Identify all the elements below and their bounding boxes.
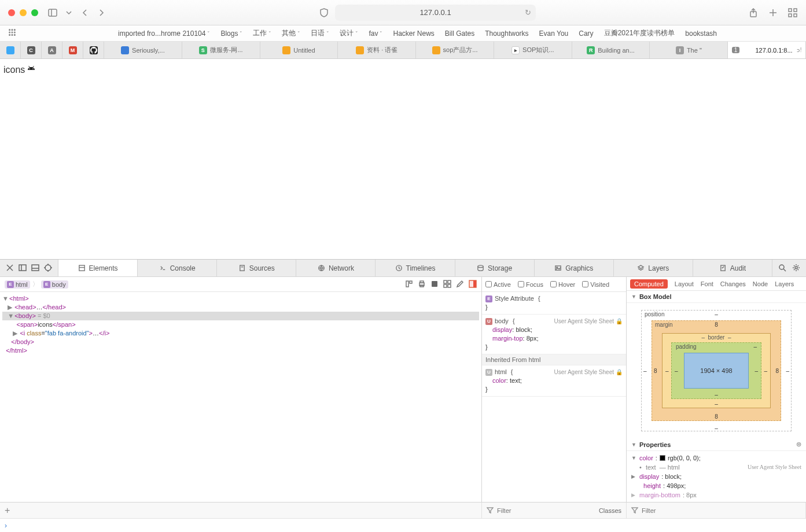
breadcrumb-body[interactable]: Ebody	[41, 280, 68, 289]
style-attribute-section[interactable]: EStyle Attribute { }	[482, 292, 626, 315]
tab-overview-icon[interactable]	[787, 8, 798, 18]
favorite-item[interactable]: fav˅	[369, 29, 382, 38]
favorite-item[interactable]: Thoughtworks	[485, 29, 528, 38]
apps-grid-icon[interactable]	[8, 28, 16, 38]
minimize-window-button[interactable]	[20, 9, 27, 16]
devtools-tab-timelines[interactable]: Timelines	[376, 260, 455, 276]
browser-tab[interactable]: IThe "	[650, 42, 728, 58]
devtools-tab-console[interactable]: Console	[138, 260, 217, 276]
style-html-section[interactable]: Uhtml {User Agent Style Sheet🔒 color: te…	[482, 365, 626, 397]
styles-pane: Active Focus Hover Visited EStyle Attrib…	[482, 277, 627, 502]
search-icon[interactable]	[778, 264, 786, 273]
devtools-tab-audit[interactable]: Audit	[693, 260, 772, 276]
computed-properties-list[interactable]: ▼color: rgb(0, 0, 0); • text — htmlUser …	[627, 451, 806, 502]
styles-filter-input[interactable]	[497, 507, 595, 514]
properties-header[interactable]: ▼Properties⊜	[627, 438, 806, 451]
dock-left-icon[interactable]	[19, 264, 27, 273]
print-icon[interactable]	[418, 280, 426, 289]
console-prompt[interactable]: ›	[0, 518, 806, 532]
browser-tab[interactable]: M	[62, 42, 83, 58]
favorite-item[interactable]: Evan You	[539, 29, 569, 38]
computed-tab-changes[interactable]: Changes	[720, 280, 746, 287]
svg-point-11	[14, 29, 16, 31]
layout-tool-icon[interactable]	[405, 280, 413, 289]
browser-tab[interactable]	[83, 42, 104, 58]
favorite-item[interactable]: 设计˅	[340, 28, 358, 38]
svg-rect-48	[406, 281, 408, 287]
breadcrumb-html[interactable]: Ehtml	[5, 280, 30, 289]
computed-tab-computed[interactable]: Computed	[630, 279, 668, 289]
add-rule-icon[interactable]: +	[5, 505, 10, 516]
style-body-section[interactable]: Ubody {User Agent Style Sheet🔒 display: …	[482, 315, 626, 354]
pseudo-visited[interactable]: Visited	[582, 281, 609, 288]
edit-pencil-icon[interactable]	[456, 280, 464, 289]
svg-marker-43	[638, 265, 643, 269]
devtools-tab-elements[interactable]: Elements	[58, 260, 138, 276]
browser-tab[interactable]: S微服务-网...	[182, 42, 260, 58]
favorite-item[interactable]: Cary	[579, 29, 593, 38]
grid-tool-icon[interactable]	[443, 280, 451, 289]
browser-tab[interactable]: 资料 · 语雀	[338, 42, 416, 58]
browser-tab[interactable]: sop产品方...	[416, 42, 494, 58]
browser-tab[interactable]	[0, 42, 21, 58]
favorite-item[interactable]: 其他˅	[282, 28, 300, 38]
computed-filter-input[interactable]	[642, 507, 801, 514]
devtools-tab-layers[interactable]: Layers	[614, 260, 693, 276]
svg-line-46	[783, 269, 786, 271]
pseudo-focus[interactable]: Focus	[518, 281, 543, 288]
browser-tab[interactable]: Seriously,...	[104, 42, 182, 58]
settings-gear-icon[interactable]	[792, 264, 800, 273]
toggle-details-icon[interactable]	[469, 280, 477, 289]
forward-button[interactable]	[96, 8, 106, 18]
browser-tab[interactable]: Untitled	[260, 42, 338, 58]
dock-bottom-icon[interactable]	[31, 264, 39, 273]
svg-point-17	[14, 35, 16, 36]
pseudo-active[interactable]: Active	[485, 281, 511, 288]
browser-tab[interactable]: RBuilding an...	[572, 42, 650, 58]
svg-rect-8	[794, 14, 797, 17]
devtools-tab-graphics[interactable]: Graphics	[535, 260, 614, 276]
address-bar[interactable]: 127.0.0.1 ↻	[335, 5, 536, 21]
computed-tab-layers[interactable]: Layers	[775, 280, 794, 287]
browser-tab[interactable]: A	[42, 42, 62, 58]
box-model-header[interactable]: ▼Box Model	[627, 291, 806, 303]
devtools-tab-network[interactable]: Network	[296, 260, 376, 276]
svg-point-12	[9, 32, 10, 33]
browser-tab[interactable]: C	[21, 42, 42, 58]
inspect-element-icon[interactable]	[44, 264, 52, 273]
devtools-bottom-bar: + Classes	[0, 502, 806, 518]
favorite-item[interactable]: 豆瓣2021年度读书榜单	[604, 28, 675, 38]
dom-tree[interactable]: ▼ <html> ▶ <head>…</head> ▼ <body> = $0 …	[0, 292, 481, 502]
back-button[interactable]	[80, 8, 90, 18]
chevron-down-icon[interactable]	[64, 8, 74, 18]
computed-tab-font[interactable]: Font	[701, 280, 713, 287]
browser-tab[interactable]: 1127.0.0.1:8...ɔ!	[728, 42, 806, 58]
shield-icon[interactable]	[319, 8, 329, 18]
close-window-button[interactable]	[8, 9, 15, 16]
devtools-tab-bar: ElementsConsoleSourcesNetworkTimelinesSt…	[0, 260, 806, 277]
device-icon[interactable]	[430, 280, 439, 289]
pseudo-hover[interactable]: Hover	[550, 281, 575, 288]
sidebar-toggle-icon[interactable]	[47, 8, 58, 18]
favorite-item[interactable]: Blogs˅	[220, 29, 242, 38]
favorite-item[interactable]: Hacker News	[393, 29, 434, 38]
share-icon[interactable]	[748, 8, 759, 18]
new-tab-icon[interactable]	[768, 8, 778, 18]
devtools-panel: ElementsConsoleSourcesNetworkTimelinesSt…	[0, 259, 806, 532]
svg-rect-53	[432, 281, 437, 287]
favorite-item[interactable]: bookstash	[685, 29, 717, 38]
favorite-item[interactable]: 日语˅	[311, 28, 329, 38]
favorite-item[interactable]: Bill Gates	[445, 29, 474, 38]
favorite-item[interactable]: imported fro...hrome 210104˅	[118, 29, 210, 38]
svg-rect-24	[19, 265, 26, 271]
devtools-tab-storage[interactable]: Storage	[455, 260, 535, 276]
browser-tab[interactable]: ▸SOP知识...	[494, 42, 572, 58]
classes-toggle[interactable]: Classes	[599, 507, 621, 514]
computed-tab-layout[interactable]: Layout	[675, 280, 694, 287]
devtools-tab-sources[interactable]: Sources	[217, 260, 296, 276]
close-devtools-icon[interactable]	[6, 264, 14, 273]
favorite-item[interactable]: 工作˅	[253, 28, 271, 38]
reload-icon[interactable]: ↻	[525, 8, 531, 17]
maximize-window-button[interactable]	[31, 9, 38, 16]
computed-tab-node[interactable]: Node	[753, 280, 768, 287]
